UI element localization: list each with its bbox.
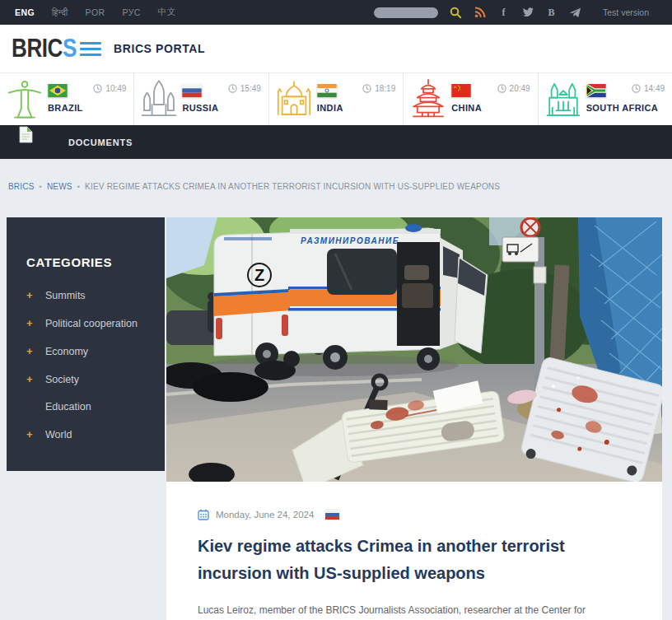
lang-chinese[interactable]: 中文 (158, 7, 176, 18)
article-date-row: Monday, June 24, 2024 (198, 509, 631, 520)
topbar-right: f B Test version (374, 7, 672, 19)
menu-icon[interactable] (80, 42, 101, 56)
vk-icon[interactable]: B (545, 7, 558, 19)
china-label: CHINA (451, 103, 482, 113)
st-basils-icon (139, 77, 179, 122)
plus-icon: + (26, 289, 35, 301)
clock-icon (632, 84, 641, 93)
brics-logo[interactable]: BRICS (12, 25, 77, 72)
article-title: Kiev regime attacks Crimea in another te… (198, 533, 585, 587)
facebook-icon[interactable]: f (497, 7, 510, 19)
topbar: ENG हिन्दी POR РУС 中文 f B Test version (0, 0, 672, 25)
clock-icon (93, 84, 102, 93)
sidebar-item-world[interactable]: + World (26, 428, 147, 441)
sidebar-item-political-cooperation[interactable]: + Political cooperation (26, 317, 147, 329)
russia-time: 15:49 (240, 84, 261, 93)
portal-title: BRICS PORTAL (114, 25, 205, 72)
lang-hindi[interactable]: हिन्दी (52, 7, 68, 18)
china-flag (451, 84, 471, 97)
breadcrumb: BRICS • NEWS • KIEV REGIME ATTACKS CRIME… (8, 182, 659, 191)
plus-icon: + (26, 345, 35, 357)
plus-icon: + (26, 373, 35, 385)
christ-redeemer-icon (5, 77, 44, 122)
search-icon[interactable] (450, 7, 462, 19)
clock-icon (228, 84, 237, 93)
article-photo: Z РАЗМИНИРОВАНИЕ (166, 217, 662, 482)
plus-icon: + (26, 317, 35, 329)
breadcrumb-brics[interactable]: BRICS (8, 182, 35, 191)
search-input[interactable] (374, 7, 438, 18)
breadcrumb-current: KIEV REGIME ATTACKS CRIMEA IN ANOTHER TE… (85, 182, 500, 191)
country-india[interactable]: 18:19 INDIA (269, 73, 404, 125)
lang-rus[interactable]: РУС (123, 7, 141, 17)
article-lead: Lucas Leiroz, member of the BRICS Journa… (198, 599, 619, 620)
lang-por[interactable]: POR (86, 7, 105, 17)
sidebar-item-society[interactable]: + Society (26, 373, 147, 385)
countries-strip: 10:49 BRAZIL 15:49 RUSSIA 18:19 INDIA 20… (0, 72, 672, 125)
plus-icon: + (26, 428, 35, 441)
brazil-flag (48, 84, 68, 97)
svg-text:Z: Z (254, 266, 264, 284)
categories-sidebar: CATEGORIES + Summits + Political coopera… (7, 217, 165, 471)
clock-icon (497, 84, 506, 93)
documents-icon (18, 126, 34, 143)
south-africa-flag (586, 84, 606, 97)
country-russia[interactable]: 15:49 RUSSIA (134, 73, 268, 125)
temple-of-heaven-icon (408, 77, 448, 122)
brazil-label: BRAZIL (48, 103, 83, 113)
country-south-africa[interactable]: 14:49 SOUTH AFRICA (539, 73, 672, 125)
india-flag (317, 84, 337, 97)
union-buildings-icon (544, 77, 583, 122)
taj-mahal-icon (274, 77, 314, 122)
india-label: INDIA (317, 103, 343, 113)
china-time: 20:49 (510, 84, 530, 93)
breadcrumb-news[interactable]: NEWS (47, 182, 72, 191)
russia-label: RUSSIA (182, 103, 218, 113)
article-date: Monday, June 24, 2024 (216, 510, 314, 520)
svg-text:РАЗМИНИРОВАНИЕ: РАЗМИНИРОВАНИЕ (301, 236, 399, 245)
test-version-label: Test version (603, 7, 660, 17)
twitter-icon[interactable] (521, 7, 534, 19)
lang-eng[interactable]: ENG (15, 7, 35, 17)
main-navbar: DOCUMENTS (0, 125, 672, 159)
breadcrumb-separator: • (77, 183, 80, 191)
nav-item-documents[interactable]: DOCUMENTS (68, 125, 133, 159)
calendar-icon (198, 509, 209, 520)
language-switcher: ENG हिन्दी POR РУС 中文 (0, 7, 176, 18)
russia-flag (182, 84, 202, 97)
country-china[interactable]: 20:49 CHINA (404, 73, 538, 125)
article-panel: Monday, June 24, 2024 Kiev regime attack… (166, 482, 662, 620)
sidebar-item-economy[interactable]: + Economy (26, 345, 147, 357)
india-time: 18:19 (375, 84, 395, 93)
russia-flag-small (325, 510, 339, 520)
rss-icon[interactable] (474, 7, 486, 19)
south-africa-label: SOUTH AFRICA (586, 103, 659, 113)
south-africa-time: 14:49 (644, 84, 665, 93)
country-brazil[interactable]: 10:49 BRAZIL (0, 73, 134, 125)
sidebar-item-education[interactable]: Education (26, 401, 147, 413)
brazil-time: 10:49 (105, 84, 126, 93)
sidebar-item-summits[interactable]: + Summits (26, 289, 147, 301)
clock-icon (362, 84, 371, 93)
breadcrumb-separator: • (40, 183, 42, 191)
site-header: BRICS BRICS PORTAL (0, 25, 672, 72)
telegram-icon[interactable] (569, 7, 581, 19)
categories-title: CATEGORIES (26, 255, 147, 269)
